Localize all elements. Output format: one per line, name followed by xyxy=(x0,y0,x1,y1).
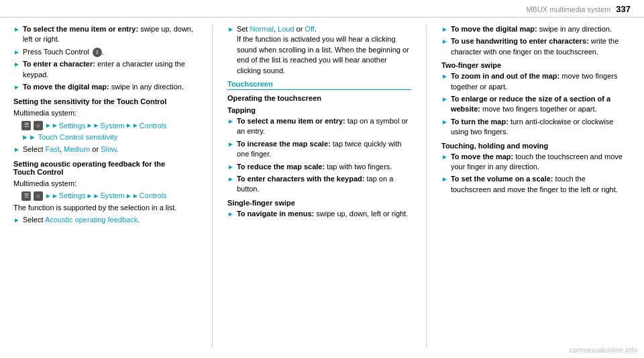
bullet-icon: ► xyxy=(441,152,448,162)
single-swipe-heading: Single-finger swipe xyxy=(227,199,411,207)
list-item: ► To move the digital map: swipe in any … xyxy=(441,24,625,34)
list-item: ► To select a menu item or entry: tap on… xyxy=(227,116,411,137)
list-item: ► To use handwriting to enter characters… xyxy=(441,36,625,57)
list-item: ► To navigate in menus: swipe up, down, … xyxy=(227,209,411,219)
list-item: ► To turn the map: turn anti-clockwise o… xyxy=(441,117,625,138)
header-page: 337 xyxy=(616,4,631,14)
bullet-icon: ► xyxy=(13,83,20,92)
tapping-heading: Tapping xyxy=(227,106,411,114)
bullet-icon: ► xyxy=(13,25,20,34)
nav-system[interactable]: System xyxy=(100,121,125,131)
header-title: MBUX multimedia system xyxy=(526,5,610,13)
bullet-icon: ► xyxy=(227,210,234,219)
bullet-icon: ► xyxy=(227,140,234,149)
bullet-icon: ► xyxy=(13,48,20,57)
nav-icon-menu: ☰ xyxy=(21,121,31,130)
nav-icon-menu-2: ☰ xyxy=(21,191,31,201)
column-2: ► Set Normal, Loud or Off. If the functi… xyxy=(222,24,417,347)
nav-settings[interactable]: Settings xyxy=(59,121,86,131)
nav-arrow: ►► xyxy=(125,121,139,130)
bullet-icon: ► xyxy=(441,175,448,184)
two-finger-heading: Two-finger swipe xyxy=(441,61,625,69)
list-item: ► Press Touch Control 2. xyxy=(13,47,197,57)
list-item: ► To select the menu item or entry: swip… xyxy=(13,24,197,45)
column-3: ► To move the digital map: swipe in any … xyxy=(436,24,631,347)
nav-path-1: ☰ ⌂ ►► Settings ►► System ►► Con­trols xyxy=(21,121,197,131)
list-item: ► Select Fast, Medium or Slow. xyxy=(13,144,197,154)
bullet-icon: ► xyxy=(13,145,20,154)
list-item: ► To enter characters with the keypad: t… xyxy=(227,174,411,195)
bullet-icon: ► xyxy=(227,175,234,184)
list-item: ► To enter a character: enter a characte… xyxy=(13,59,197,80)
section-title-sensitivity: Setting the sensitivity for the Touch Co… xyxy=(13,97,197,105)
bullet-icon: ► xyxy=(441,72,448,81)
list-item-set: ► Set Normal, Loud or Off. If the functi… xyxy=(227,24,411,76)
column-1: ► To select the menu item or entry: swip… xyxy=(13,24,203,347)
nav-icon-home: ⌂ xyxy=(34,121,43,130)
nav-touch-sensitivity[interactable]: ►► Touch Control sensitivity xyxy=(21,132,117,142)
function-description: The function is supported by the selecti… xyxy=(13,203,197,213)
bullet-icon: ► xyxy=(441,118,448,127)
section-subtitle-2: Multimedia system: xyxy=(13,179,197,189)
list-item: ► To enlarge or reduce the size of a sec… xyxy=(441,94,625,115)
nav-icon-home-2: ⌂ xyxy=(34,191,43,201)
bullet-icon: ► xyxy=(227,117,234,126)
section-title-acoustic: Setting acoustic operating feedback for … xyxy=(13,160,197,176)
watermark: carmanualonline.info xyxy=(569,346,637,354)
bullet-icon: ► xyxy=(441,37,448,46)
divider-1 xyxy=(212,24,213,347)
header: MBUX multimedia system 337 xyxy=(0,0,644,17)
list-item: ► Select Acoustic operating feedback. xyxy=(13,215,197,225)
nav-arrow-2c: ►► xyxy=(125,191,139,201)
nav-arrow-2b: ►► xyxy=(87,191,100,201)
list-item: ► To set the volume on a scale: touch th… xyxy=(441,174,625,195)
section-subtitle: Multimedia system: xyxy=(13,108,197,118)
list-item: ► To zoom in and out of the map: move tw… xyxy=(441,71,625,92)
subsection-touchscreen: Touchscreen xyxy=(227,80,411,90)
list-item: ► To move the digital map: swipe in any … xyxy=(13,82,197,92)
bullet-icon: ► xyxy=(441,25,448,34)
bullet-icon: ► xyxy=(13,216,20,225)
nav-path-1b: ►► Touch Control sensitivity xyxy=(21,132,197,142)
touching-heading: Touching, holding and moving xyxy=(441,142,625,150)
nav-controls-2[interactable]: Con­trols xyxy=(140,191,167,201)
nav-settings-2[interactable]: Settings xyxy=(59,191,86,201)
nav-path-2: ☰ ⌂ ►► Settings ►► System ►► Con­trols xyxy=(21,191,197,201)
list-item: ► To increase the map scale: tap twice q… xyxy=(227,139,411,160)
list-item: ► To reduce the map scale: tap with two … xyxy=(227,162,411,172)
nav-controls[interactable]: Con­trols xyxy=(140,121,167,131)
bullet-icon: ► xyxy=(227,163,234,172)
nav-system-2[interactable]: System xyxy=(100,191,125,201)
bullet-icon: ► xyxy=(13,60,20,69)
nav-arrow-2: ►► xyxy=(45,191,58,201)
nav-arrow: ►► xyxy=(45,121,58,130)
bullet-icon: ► xyxy=(227,25,234,34)
divider-2 xyxy=(426,24,427,347)
nav-arrow: ►► xyxy=(87,121,100,130)
bullet-icon: ► xyxy=(441,95,448,104)
list-item: ► To move the map: touch the touchscreen… xyxy=(441,152,625,173)
operating-heading: Operating the touchscreen xyxy=(227,94,411,102)
